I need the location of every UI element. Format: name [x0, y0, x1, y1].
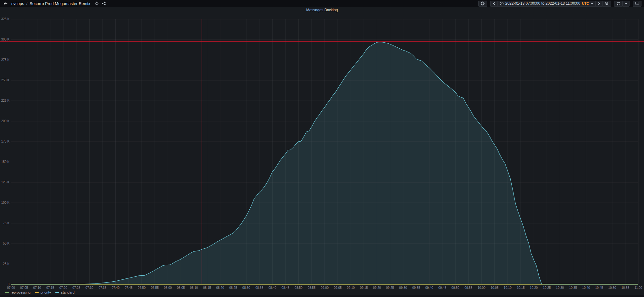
kiosk-mode-button[interactable] — [633, 1, 641, 7]
legend-label: reprocessing — [11, 290, 31, 294]
svg-text:10:45: 10:45 — [595, 286, 603, 289]
svg-text:10:05: 10:05 — [491, 286, 498, 289]
time-range-label: 2022-01-13 07:00:00 to 2022-01-13 11:00:… — [505, 1, 580, 6]
top-navbar: svcops / Socorro Prod Megamaster Remix — [0, 0, 644, 7]
series-color-swatch — [5, 292, 9, 293]
series-color-swatch — [35, 292, 39, 293]
legend-item-reprocessing[interactable]: reprocessing — [5, 290, 31, 294]
svg-text:07:15: 07:15 — [46, 286, 54, 289]
svg-text:09:40: 09:40 — [425, 286, 433, 289]
svg-text:08:25: 08:25 — [229, 286, 237, 289]
legend-label: priority — [41, 290, 51, 294]
y-axis-labels: 025 K50 K75 K100 K125 K150 K175 K200 K22… — [1, 17, 10, 286]
svg-text:07:10: 07:10 — [33, 286, 41, 289]
svg-text:175 K: 175 K — [1, 140, 9, 143]
chart-legend: reprocessingprioritystandard — [5, 290, 75, 295]
svg-text:10:30: 10:30 — [556, 286, 564, 289]
svg-text:125 K: 125 K — [1, 181, 9, 184]
dashboard-settings-button[interactable] — [478, 1, 487, 7]
panel-title[interactable]: Messages Backlog — [0, 7, 644, 13]
svg-text:0: 0 — [8, 283, 9, 286]
breadcrumb-dashboard-title: Socorro Prod Megamaster Remix — [30, 1, 90, 6]
refresh-interval-dropdown[interactable] — [622, 1, 630, 7]
favorite-button[interactable] — [93, 1, 100, 6]
magnifier-minus-icon — [605, 2, 609, 6]
svg-text:08:40: 08:40 — [269, 286, 276, 289]
svg-text:08:20: 08:20 — [216, 286, 224, 289]
svg-text:09:50: 09:50 — [452, 286, 459, 289]
star-icon — [95, 1, 99, 6]
svg-text:08:10: 08:10 — [190, 286, 198, 289]
svg-text:10:55: 10:55 — [621, 286, 629, 289]
x-axis-labels: 07:0007:0507:1007:1507:2007:2507:3007:35… — [7, 286, 642, 289]
refresh-icon — [616, 2, 620, 6]
gear-icon — [480, 1, 485, 6]
graph-panel: Messages Backlog 07:0007:0507:1007:1507:… — [0, 7, 644, 295]
svg-text:08:55: 08:55 — [308, 286, 315, 289]
svg-text:07:35: 07:35 — [98, 286, 106, 289]
svg-text:07:45: 07:45 — [125, 286, 133, 289]
svg-text:07:25: 07:25 — [72, 286, 80, 289]
breadcrumb-folder[interactable]: svcops — [11, 1, 24, 6]
svg-text:300 K: 300 K — [1, 38, 9, 41]
svg-text:11:00: 11:00 — [635, 286, 642, 289]
legend-label: standard — [61, 290, 75, 294]
legend-item-priority[interactable]: priority — [35, 290, 51, 294]
svg-text:07:55: 07:55 — [151, 286, 159, 289]
share-button[interactable] — [100, 1, 107, 6]
chevron-down-icon — [625, 2, 627, 5]
time-range-forward-button[interactable] — [595, 1, 602, 7]
svg-text:09:25: 09:25 — [386, 286, 394, 289]
svg-text:10:15: 10:15 — [517, 286, 525, 289]
svg-text:10:20: 10:20 — [530, 286, 538, 289]
svg-text:09:20: 09:20 — [373, 286, 381, 289]
svg-text:07:40: 07:40 — [112, 286, 119, 289]
svg-text:25 K: 25 K — [3, 262, 9, 266]
svg-text:07:30: 07:30 — [86, 286, 93, 289]
svg-text:09:00: 09:00 — [321, 286, 329, 289]
svg-text:09:15: 09:15 — [360, 286, 368, 289]
legend-item-standard[interactable]: standard — [55, 290, 75, 294]
breadcrumb: svcops / Socorro Prod Megamaster Remix — [11, 1, 90, 6]
chevron-right-icon — [597, 2, 601, 5]
svg-text:07:05: 07:05 — [20, 286, 28, 289]
chart-svg[interactable]: 07:0007:0507:1007:1507:2007:2507:3007:35… — [0, 13, 644, 290]
svg-text:07:20: 07:20 — [59, 286, 67, 289]
timezone-label: UTC — [582, 2, 589, 5]
time-range-button[interactable]: 2022-01-13 07:00:00 to 2022-01-13 11:00:… — [497, 1, 595, 7]
svg-text:09:10: 09:10 — [347, 286, 355, 289]
svg-text:325 K: 325 K — [1, 17, 9, 21]
refresh-button[interactable] — [614, 1, 622, 7]
monitor-icon — [635, 1, 639, 6]
svg-text:08:05: 08:05 — [177, 286, 185, 289]
svg-text:10:10: 10:10 — [504, 286, 512, 289]
svg-text:07:50: 07:50 — [138, 286, 146, 289]
time-picker-group: 2022-01-13 07:00:00 to 2022-01-13 11:00:… — [490, 1, 611, 7]
chevron-left-icon — [492, 2, 496, 5]
svg-text:10:00: 10:00 — [478, 286, 486, 289]
svg-text:09:45: 09:45 — [438, 286, 446, 289]
svg-text:10:40: 10:40 — [582, 286, 590, 289]
svg-text:275 K: 275 K — [1, 58, 9, 62]
svg-text:09:05: 09:05 — [334, 286, 342, 289]
time-range-back-button[interactable] — [490, 1, 497, 7]
svg-text:10:50: 10:50 — [608, 286, 616, 289]
svg-text:150 K: 150 K — [1, 160, 9, 164]
arrow-left-icon — [3, 1, 8, 6]
svg-text:50 K: 50 K — [3, 242, 9, 245]
svg-text:10:25: 10:25 — [543, 286, 551, 289]
breadcrumb-separator: / — [26, 1, 27, 6]
svg-text:08:35: 08:35 — [255, 286, 263, 289]
svg-text:75 K: 75 K — [3, 221, 9, 225]
time-range-zoom-out-button[interactable] — [602, 1, 611, 7]
svg-text:07:00: 07:00 — [7, 286, 15, 289]
chevron-down-icon — [591, 2, 593, 5]
refresh-group — [614, 1, 630, 7]
svg-text:09:55: 09:55 — [464, 286, 472, 289]
svg-text:08:00: 08:00 — [164, 286, 172, 289]
svg-text:100 K: 100 K — [1, 201, 9, 204]
svg-text:225 K: 225 K — [1, 99, 9, 102]
svg-text:08:50: 08:50 — [295, 286, 303, 289]
back-button[interactable] — [2, 1, 9, 6]
svg-text:10:35: 10:35 — [569, 286, 577, 289]
